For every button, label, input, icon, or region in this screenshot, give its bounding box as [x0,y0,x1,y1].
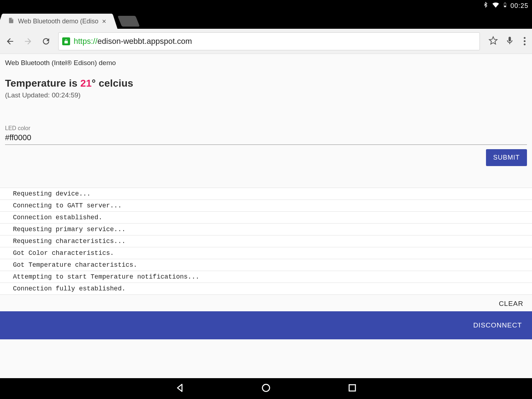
browser-toolbar: https://edison-webbt.appspot.com [0,29,532,54]
log-area: Requesting device... Connecting to GATT … [0,188,532,295]
browser-tab-active[interactable]: Web Bluetooth demo (Ediso × [3,14,112,29]
android-nav-bar [0,378,532,399]
svg-point-3 [262,384,270,391]
log-line: Requesting primary service... [0,223,532,235]
android-status-bar: 00:25 [0,0,532,12]
svg-rect-2 [504,5,506,7]
disconnect-button[interactable]: DISCONNECT [0,311,532,339]
svg-rect-4 [349,385,356,391]
log-line: Got Color characteristics. [0,247,532,259]
led-color-label: LED color [5,125,527,132]
menu-button[interactable] [522,37,528,45]
log-line: Connecting to GATT server... [0,200,532,211]
url-text: https://edison-webbt.appspot.com [74,37,476,46]
temperature-value: 21 [80,78,92,89]
battery-icon [503,1,508,10]
bookmark-icon[interactable] [489,36,498,47]
reload-button[interactable] [40,36,52,47]
log-line: Connection fully established. [0,283,532,295]
back-button[interactable] [4,36,16,47]
tab-title: Web Bluetooth demo (Ediso [18,18,98,25]
lock-icon [62,37,70,45]
led-color-input[interactable] [5,132,527,145]
page-icon [8,17,14,26]
status-time: 00:25 [510,2,528,10]
bluetooth-icon [482,2,489,10]
log-line: Got Temperature characteristics. [0,259,532,271]
nav-back-icon[interactable] [174,382,185,395]
log-line: Attempting to start Temperature notifica… [0,271,532,283]
forward-button[interactable] [22,36,34,47]
last-updated: (Last Updated: 00:24:59) [5,91,527,99]
temperature-heading: Temperature is 21° celcius [5,78,527,89]
demo-title: Web Bluetooth (Intel® Edison) demo [5,59,527,67]
page-content: Web Bluetooth (Intel® Edison) demo Tempe… [0,54,532,378]
new-tab-button[interactable] [120,16,138,27]
nav-home-icon[interactable] [261,382,271,395]
wifi-icon [492,1,500,11]
clear-button[interactable]: CLEAR [0,295,532,311]
microphone-icon[interactable] [505,36,514,47]
close-icon[interactable]: × [102,18,106,25]
log-line: Connection established. [0,211,532,223]
log-line: Requesting characteristics... [0,235,532,247]
address-bar[interactable]: https://edison-webbt.appspot.com [58,32,480,50]
svg-rect-1 [504,3,506,3]
submit-button[interactable]: SUBMIT [486,149,527,166]
nav-recent-icon[interactable] [347,382,358,395]
browser-tab-strip: Web Bluetooth demo (Ediso × [0,12,532,29]
log-line: Requesting device... [0,188,532,200]
